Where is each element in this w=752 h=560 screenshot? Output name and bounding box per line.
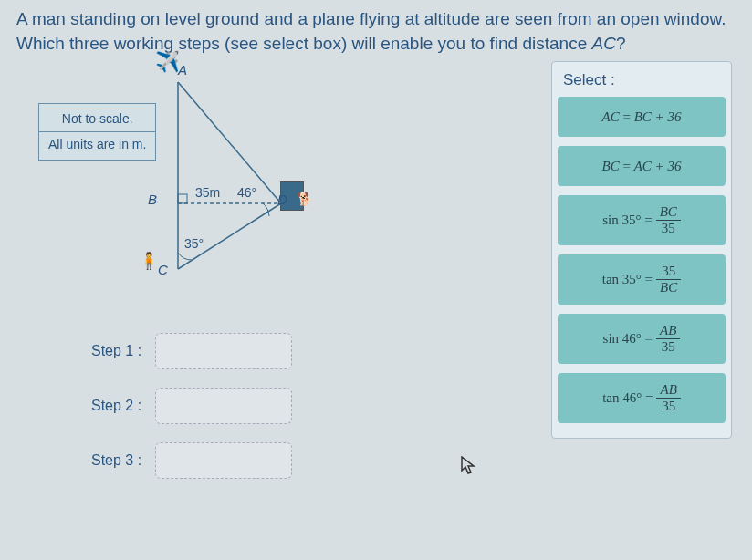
length-BD: 35m — [195, 185, 220, 200]
vertex-B: B — [148, 192, 157, 207]
option-6[interactable]: tan 46° = AB35 — [558, 373, 726, 423]
option-3[interactable]: sin 35° = BC35 — [558, 195, 726, 245]
question-line1: A man standing on level ground and a pla… — [16, 7, 736, 32]
step-3-row: Step 3 : — [91, 442, 292, 479]
vertex-A: A — [178, 62, 187, 78]
step-1-row: Step 1 : — [91, 333, 292, 369]
option-4[interactable]: tan 35° = 35BC — [558, 254, 726, 305]
option-2[interactable]: BC = AC + 36 — [558, 146, 726, 186]
option-5[interactable]: sin 46° = AB35 — [558, 314, 726, 364]
step-1-slot[interactable] — [155, 333, 292, 369]
option-1[interactable]: AC = BC + 36 — [558, 97, 726, 137]
step-2-row: Step 2 : — [91, 388, 292, 424]
vertex-C: C — [158, 262, 168, 277]
question-text: A man standing on level ground and a pla… — [0, 0, 752, 59]
steps-area: Step 1 : Step 2 : Step 3 : — [91, 333, 292, 497]
geometry-diagram — [137, 59, 411, 315]
select-panel: Select : AC = BC + 36 BC = AC + 36 sin 3… — [551, 61, 732, 439]
angle-C: 35° — [184, 236, 204, 251]
select-title: Select : — [558, 67, 726, 97]
step-3-slot[interactable] — [155, 442, 292, 479]
note-line2: All units are in m. — [48, 135, 146, 154]
svg-line-1 — [178, 82, 281, 203]
svg-rect-4 — [178, 194, 187, 203]
step-2-slot[interactable] — [155, 388, 292, 424]
angle-D: 46° — [237, 185, 256, 200]
note-line1: Not to scale. — [48, 109, 146, 129]
step-3-label: Step 3 : — [91, 452, 155, 469]
step-2-label: Step 2 : — [91, 398, 155, 414]
cursor-icon — [461, 456, 477, 481]
vertex-D: D — [277, 192, 287, 207]
question-line2: Which three working steps (see select bo… — [16, 32, 736, 57]
step-1-label: Step 1 : — [91, 343, 155, 359]
